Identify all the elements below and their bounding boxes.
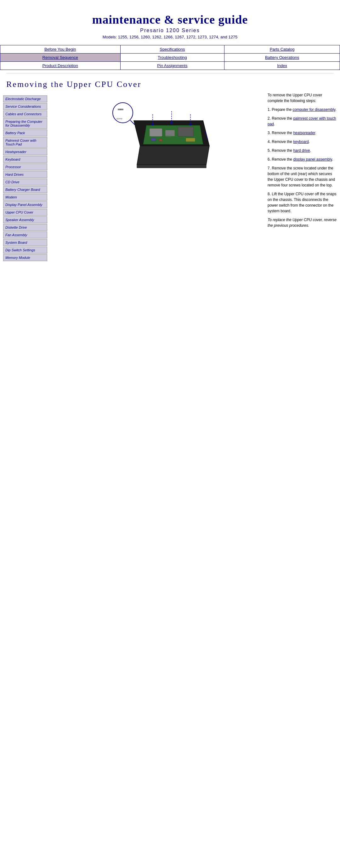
link-heatspreader[interactable]: heatspreader [293,131,315,135]
nav-cell-pin-assignments[interactable]: Pin Assignments [120,62,224,70]
sidebar-item-palmrest-cover[interactable]: Palmrest Cover with Touch Pad [3,137,47,148]
step-3: 3. Remove the heatspreader. [268,130,337,136]
svg-marker-5 [137,146,209,165]
models-text: Models: 1255, 1256, 1260, 1262, 1266, 12… [6,35,334,39]
sidebar-item-hard-drives[interactable]: Hard Drives [3,171,47,178]
step-6: 6. Remove the display panel assembly. [268,157,337,162]
nav-link-product-description[interactable]: Product Description [42,63,78,68]
step-1: 1. Prepare the computer for disassembly. [268,107,337,113]
link-display-panel-assembly[interactable]: display panel assembly [293,157,332,161]
sidebar-item-cd-drive[interactable]: CD Drive [3,179,47,186]
nav-cell-battery-operations[interactable]: Battery Operations [224,54,340,62]
sidebar-item-electrostatic-discharge[interactable]: Electrostatic Discharge [3,95,47,102]
sidebar-item-battery-charger-board[interactable]: Battery Charger Board [3,186,47,193]
sidebar-item-diskette-drive[interactable]: Diskette Drive [3,224,47,231]
link-computer-disassembly[interactable]: computer for disassembly [292,107,335,112]
svg-rect-13 [186,138,195,142]
link-keyboard[interactable]: keyboard [293,140,309,144]
sidebar-item-processor[interactable]: Processor [3,163,47,170]
link-palmrest-cover[interactable]: palmrest cover with touch pad [268,116,336,126]
sidebar-item-modem[interactable]: Modem [3,194,47,200]
sidebar-item-heatspreader[interactable]: Heatspreader [3,148,47,155]
nav-link-removal-sequence[interactable]: Removal Sequence [42,55,78,60]
right-panel: To remove the Upper CPU cover complete t… [265,92,337,262]
nav-link-battery-operations[interactable]: Battery Operations [265,55,299,60]
sidebar-item-keyboard[interactable]: Keyboard [3,156,47,163]
sidebar-item-upper-cpu-cover[interactable]: Upper CPU Cover [3,209,47,216]
svg-rect-9 [165,130,175,136]
sidebar-item-service-considerations[interactable]: Service Considerations [3,103,47,110]
nav-cell-specifications[interactable]: Specifications [120,45,224,54]
svg-rect-12 [159,139,162,142]
sidebar-item-fan-assembly[interactable]: Fan Assembly [3,231,47,239]
svg-rect-8 [150,128,162,136]
sidebar-item-cables-connectors[interactable]: Cables and Connectors [3,111,47,118]
nav-row-1: Before You Begin Specifications Parts Ca… [0,45,340,54]
page-header: maintenance & service guide Presario 120… [0,0,340,42]
divider-1 [6,73,334,73]
sidebar-item-system-board[interactable]: System Board [3,239,47,246]
nav-link-parts-catalog[interactable]: Parts Catalog [270,47,295,52]
nav-link-pin-assignments[interactable]: Pin Assignments [157,63,187,68]
page-title: Removing the Upper CPU Cover [6,80,334,89]
nav-cell-index[interactable]: Index [224,62,340,70]
svg-rect-10 [178,127,194,136]
step-5: 5. Remove the hard drive. [268,148,337,153]
laptop-diagram: screw [54,95,261,184]
nav-link-troubleshooting[interactable]: Troubleshooting [158,55,187,60]
sidebar-item-preparing-computer[interactable]: Preparing the Computer for Disassembly [3,118,47,129]
nav-link-specifications[interactable]: Specifications [160,47,185,52]
step-2: 2. Remove the palmrest cover with touch … [268,116,337,127]
footer-note: To replace the Upper CPU cover, reverse … [268,217,337,228]
nav-cell-parts-catalog[interactable]: Parts Catalog [224,45,340,54]
nav-link-index[interactable]: Index [277,63,287,68]
nav-cell-removal-sequence[interactable]: Removal Sequence [0,54,121,62]
link-hard-drive[interactable]: hard drive [293,148,310,153]
sidebar: Electrostatic Discharge Service Consider… [3,95,47,262]
sidebar-item-battery-pack[interactable]: Battery Pack [3,129,47,136]
nav-row-2: Removal Sequence Troubleshooting Battery… [0,54,340,62]
center-content: screw [50,92,265,262]
navigation-table: Before You Begin Specifications Parts Ca… [0,45,340,70]
nav-row-3: Product Description Pin Assignments Inde… [0,62,340,70]
nav-cell-troubleshooting[interactable]: Troubleshooting [120,54,224,62]
sidebar-item-speaker-assembly[interactable]: Speaker Assembly [3,216,47,223]
nav-cell-before-you-begin[interactable]: Before You Begin [0,45,121,54]
sidebar-item-dip-switch-settings[interactable]: Dip Switch Settings [3,247,47,253]
svg-marker-24 [137,165,206,168]
step-4: 4. Remove the keyboard. [268,139,337,145]
nav-link-before-you-begin[interactable]: Before You Begin [44,47,76,52]
step-7: 7. Remove the screw located under the bo… [268,165,337,188]
svg-text:screw: screw [117,118,122,120]
step-8: 8. Lift the Upper CPU cover off the snap… [268,191,337,214]
sidebar-item-display-panel-assembly[interactable]: Display Panel Assembly [3,201,47,208]
subtitle: Presario 1200 Series [6,28,334,33]
svg-rect-11 [151,138,156,141]
laptop-illustration: screw [104,95,211,184]
nav-cell-product-description[interactable]: Product Description [0,62,121,70]
svg-point-0 [113,103,133,123]
main-title: maintenance & service guide [6,12,334,27]
instructions-intro: To remove the Upper CPU cover complete t… [268,92,337,104]
sidebar-item-memory-module[interactable]: Memory Module [3,254,47,261]
main-content: Electrostatic Discharge Service Consider… [0,92,340,262]
